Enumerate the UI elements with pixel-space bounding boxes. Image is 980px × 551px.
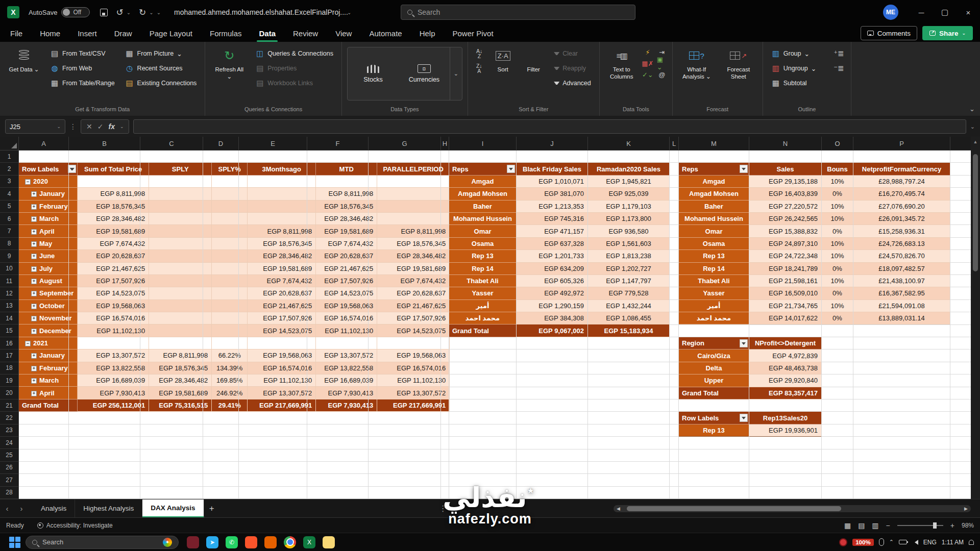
row-header-1[interactable]: 1 <box>0 151 18 163</box>
battery-icon[interactable] <box>899 540 907 544</box>
menu-tab-automate[interactable]: Automate <box>368 27 403 40</box>
cell[interactable]: 10% <box>822 176 853 188</box>
expand-icon[interactable]: + <box>31 266 37 272</box>
cell[interactable]: Amgad <box>449 176 517 188</box>
prev-sheet-icon[interactable]: ‹ <box>0 504 14 513</box>
cell[interactable]: EGP 1,201,733 <box>517 250 588 262</box>
cell[interactable]: Amgad <box>679 176 749 188</box>
pivot-header[interactable]: Row Labels <box>679 412 749 424</box>
cell[interactable] <box>377 213 450 225</box>
cell[interactable]: EGP 4,972,839 <box>749 349 822 362</box>
folder-icon[interactable] <box>323 536 335 548</box>
row-header-28[interactable]: 28 <box>0 487 18 499</box>
cell[interactable]: EGP 19,581,689 <box>78 225 149 237</box>
cell[interactable] <box>248 201 316 213</box>
cell[interactable]: EGP 1,213,353 <box>517 201 588 213</box>
cell[interactable]: 10% <box>822 213 853 225</box>
cell[interactable]: EGP 14,523,075 <box>377 324 450 337</box>
row-header-6[interactable]: 6 <box>0 213 18 225</box>
cell[interactable] <box>212 324 248 337</box>
pivot-header[interactable]: Rep13Sales20 <box>749 412 822 424</box>
cell[interactable]: 0% <box>822 225 853 237</box>
language-indicator[interactable]: ENG <box>923 539 937 546</box>
cell[interactable]: محمد احمد <box>449 312 517 324</box>
cell[interactable]: Delta <box>679 362 749 374</box>
cell[interactable]: EGP 11,102,130 <box>78 324 149 337</box>
reapply-filter-button[interactable]: Reapply <box>551 62 594 75</box>
undo-chevron-icon[interactable]: ⌄ <box>127 10 131 15</box>
pivot-header[interactable]: Reps <box>679 163 749 175</box>
row-header-8[interactable]: 8 <box>0 238 18 250</box>
cell[interactable] <box>248 213 316 225</box>
cell[interactable]: EGP 7,674,432 <box>248 275 316 287</box>
excel-icon[interactable]: X <box>303 536 315 548</box>
row-header-24[interactable]: 24 <box>0 437 18 449</box>
cell[interactable]: EGP 7,930,413 <box>78 387 149 399</box>
cell[interactable]: EGP 7,674,432 <box>377 275 450 287</box>
cell[interactable]: EGP 779,528 <box>588 287 670 299</box>
menu-tab-view[interactable]: View <box>334 27 353 40</box>
zoom-slider[interactable] <box>897 525 943 526</box>
mouse-settings-icon[interactable] <box>879 538 884 546</box>
cell[interactable]: £18,097,482.57 <box>853 263 950 275</box>
row-header-2[interactable]: 2 <box>0 163 18 175</box>
cell[interactable]: EGP 381,070 <box>517 188 588 200</box>
cell[interactable] <box>212 287 248 299</box>
confirm-entry-icon[interactable]: ✓ <box>97 122 104 131</box>
row-header-19[interactable]: 19 <box>0 374 18 387</box>
flash-fill-icon[interactable]: ⚡ <box>643 47 653 57</box>
cell[interactable]: £28,988,797.24 <box>853 176 950 188</box>
vertical-scrollbar[interactable]: ▲ <box>971 137 980 499</box>
get-data-button[interactable]: Get Data ⌄ <box>5 45 43 104</box>
pivot-header[interactable]: NetprofitFormatCurrency <box>853 163 950 175</box>
existing-connections-button[interactable]: ▤Existing Connections <box>122 77 200 90</box>
data-validation-icon[interactable]: ✓⌄ <box>643 70 653 79</box>
from-text-csv-button[interactable]: ▤From Text/CSV <box>47 47 118 60</box>
cell[interactable]: أمير <box>449 300 517 312</box>
cell[interactable]: EGP 1,179,103 <box>588 201 670 213</box>
cell[interactable]: Omar <box>449 225 517 237</box>
pivot-header[interactable]: PARALLELPERIOD <box>377 163 450 175</box>
cell[interactable]: EGP 217,669,991 <box>248 399 316 412</box>
cell[interactable]: EGP 16,403,839 <box>749 188 822 200</box>
formula-bar-drag-handle[interactable]: ⋮ <box>69 122 77 131</box>
cell[interactable] <box>377 188 450 200</box>
expand-icon[interactable]: + <box>31 304 37 309</box>
cell[interactable] <box>377 176 450 188</box>
row-header-27[interactable]: 27 <box>0 474 18 486</box>
properties-button[interactable]: ▤Properties <box>252 62 336 75</box>
column-header-L[interactable]: L <box>670 137 679 150</box>
text-to-columns-button[interactable]: ≡▥ Text to Columns <box>605 45 639 104</box>
row-header-21[interactable]: 21 <box>0 399 18 412</box>
cell[interactable]: 10% <box>822 250 853 262</box>
redo-chevron-icon[interactable]: ⌄ <box>149 10 153 15</box>
zoom-slider-thumb[interactable] <box>933 522 937 529</box>
cell[interactable]: أمير <box>679 300 749 312</box>
cell[interactable]: EGP 27,220,572 <box>749 201 822 213</box>
cell[interactable]: EGP 19,936,901 <box>749 424 822 437</box>
row-header-5[interactable]: 5 <box>0 201 18 213</box>
customize-qat-icon[interactable]: ⌄ <box>157 10 161 15</box>
cell[interactable]: Cairo/Giza <box>679 349 749 362</box>
menu-tab-data[interactable]: Data <box>258 27 277 40</box>
pivot-header[interactable]: Bouns <box>822 163 853 175</box>
column-header-I[interactable]: I <box>449 137 517 150</box>
pivot-header[interactable]: 3Monthsago <box>248 163 316 175</box>
cell[interactable]: EGP 1,202,727 <box>588 263 670 275</box>
undo-button[interactable]: ↺ <box>116 7 123 18</box>
cell[interactable]: EGP 1,010,071 <box>517 176 588 188</box>
column-header-C[interactable]: C <box>140 137 203 150</box>
cell[interactable]: EGP 19,581,689 <box>377 263 450 275</box>
cell[interactable]: EGP 1,432,244 <box>588 300 670 312</box>
excel-logo-icon[interactable]: X <box>7 6 19 18</box>
recent-sources-button[interactable]: ◷Recent Sources <box>122 62 200 75</box>
row-header-7[interactable]: 7 <box>0 225 18 237</box>
collapse-icon[interactable]: − <box>25 179 31 185</box>
cell[interactable]: EGP 28,346,482 <box>377 250 450 262</box>
cell[interactable]: EGP 13,307,572 <box>78 349 149 362</box>
cell[interactable]: 246.92% <box>212 387 248 399</box>
cell[interactable]: EGP 217,669,991 <box>377 399 450 412</box>
cell[interactable]: EGP 13,307,572 <box>248 387 316 399</box>
from-web-button[interactable]: ◍From Web <box>47 62 118 75</box>
telegram-icon[interactable]: ➤ <box>206 536 218 548</box>
